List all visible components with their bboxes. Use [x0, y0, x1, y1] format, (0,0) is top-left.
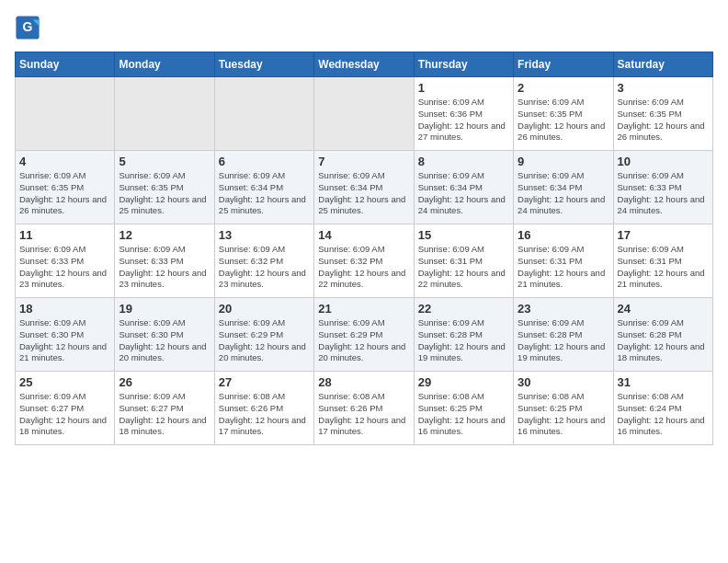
calendar-cell: 7Sunrise: 6:09 AMSunset: 6:34 PMDaylight… [314, 151, 414, 224]
day-number: 19 [119, 302, 210, 316]
calendar-cell: 29Sunrise: 6:08 AMSunset: 6:25 PMDayligh… [414, 372, 513, 445]
calendar-cell: 21Sunrise: 6:09 AMSunset: 6:29 PMDayligh… [314, 298, 414, 372]
day-info: Sunrise: 6:08 AMSunset: 6:25 PMDaylight:… [418, 391, 509, 438]
day-number: 27 [219, 375, 310, 389]
calendar-cell: 5Sunrise: 6:09 AMSunset: 6:35 PMDaylight… [115, 151, 214, 224]
day-number: 6 [219, 155, 310, 168]
day-info: Sunrise: 6:09 AMSunset: 6:35 PMDaylight:… [119, 170, 210, 217]
day-info: Sunrise: 6:09 AMSunset: 6:33 PMDaylight:… [19, 244, 110, 291]
day-info: Sunrise: 6:09 AMSunset: 6:35 PMDaylight:… [618, 97, 709, 144]
day-info: Sunrise: 6:09 AMSunset: 6:31 PMDaylight:… [518, 244, 609, 291]
day-info: Sunrise: 6:09 AMSunset: 6:27 PMDaylight:… [19, 391, 110, 438]
day-number: 30 [518, 375, 609, 389]
day-info: Sunrise: 6:09 AMSunset: 6:29 PMDaylight:… [318, 317, 409, 364]
day-number: 22 [418, 302, 509, 316]
calendar-cell: 11Sunrise: 6:09 AMSunset: 6:33 PMDayligh… [16, 224, 115, 298]
calendar-cell: 17Sunrise: 6:09 AMSunset: 6:31 PMDayligh… [613, 224, 712, 298]
day-info: Sunrise: 6:09 AMSunset: 6:28 PMDaylight:… [418, 317, 509, 364]
day-info: Sunrise: 6:08 AMSunset: 6:24 PMDaylight:… [618, 391, 709, 438]
day-number: 20 [219, 302, 310, 316]
calendar-cell: 3Sunrise: 6:09 AMSunset: 6:35 PMDaylight… [613, 77, 712, 151]
calendar-cell [314, 77, 414, 151]
day-info: Sunrise: 6:09 AMSunset: 6:35 PMDaylight:… [518, 97, 609, 144]
day-number: 2 [518, 81, 609, 95]
calendar-cell: 28Sunrise: 6:08 AMSunset: 6:26 PMDayligh… [314, 372, 414, 445]
day-header-tuesday: Tuesday [214, 52, 313, 77]
day-number: 31 [618, 375, 709, 389]
calendar-cell: 4Sunrise: 6:09 AMSunset: 6:35 PMDaylight… [16, 151, 115, 224]
day-number: 14 [318, 228, 409, 242]
day-number: 10 [618, 155, 709, 168]
calendar-cell: 18Sunrise: 6:09 AMSunset: 6:30 PMDayligh… [16, 298, 115, 372]
calendar-cell: 31Sunrise: 6:08 AMSunset: 6:24 PMDayligh… [613, 372, 712, 445]
day-info: Sunrise: 6:09 AMSunset: 6:33 PMDaylight:… [119, 244, 210, 291]
day-number: 1 [418, 81, 509, 95]
day-info: Sunrise: 6:09 AMSunset: 6:29 PMDaylight:… [219, 317, 310, 364]
svg-text:G: G [23, 19, 33, 34]
day-number: 16 [518, 228, 609, 242]
day-info: Sunrise: 6:08 AMSunset: 6:25 PMDaylight:… [518, 391, 609, 438]
calendar-week-2: 4Sunrise: 6:09 AMSunset: 6:35 PMDaylight… [16, 151, 713, 224]
day-info: Sunrise: 6:09 AMSunset: 6:32 PMDaylight:… [318, 244, 409, 291]
calendar-cell: 25Sunrise: 6:09 AMSunset: 6:27 PMDayligh… [16, 372, 115, 445]
calendar-cell: 27Sunrise: 6:08 AMSunset: 6:26 PMDayligh… [214, 372, 313, 445]
day-header-sunday: Sunday [16, 52, 115, 77]
calendar-cell [16, 77, 115, 151]
day-header-monday: Monday [115, 52, 214, 77]
day-info: Sunrise: 6:09 AMSunset: 6:34 PMDaylight:… [219, 170, 310, 217]
day-number: 11 [19, 228, 110, 242]
calendar-cell: 2Sunrise: 6:09 AMSunset: 6:35 PMDaylight… [514, 77, 613, 151]
calendar-cell: 24Sunrise: 6:09 AMSunset: 6:28 PMDayligh… [613, 298, 712, 372]
day-number: 23 [518, 302, 609, 316]
calendar-cell: 20Sunrise: 6:09 AMSunset: 6:29 PMDayligh… [214, 298, 313, 372]
calendar-cell: 10Sunrise: 6:09 AMSunset: 6:33 PMDayligh… [613, 151, 712, 224]
day-number: 17 [618, 228, 709, 242]
calendar-cell: 14Sunrise: 6:09 AMSunset: 6:32 PMDayligh… [314, 224, 414, 298]
day-number: 25 [19, 375, 110, 389]
day-info: Sunrise: 6:09 AMSunset: 6:33 PMDaylight:… [618, 170, 709, 217]
day-info: Sunrise: 6:09 AMSunset: 6:31 PMDaylight:… [618, 244, 709, 291]
calendar-cell: 13Sunrise: 6:09 AMSunset: 6:32 PMDayligh… [214, 224, 313, 298]
day-info: Sunrise: 6:09 AMSunset: 6:36 PMDaylight:… [418, 97, 509, 144]
day-number: 28 [318, 375, 409, 389]
day-header-saturday: Saturday [613, 52, 712, 77]
calendar-table: SundayMondayTuesdayWednesdayThursdayFrid… [15, 52, 713, 445]
calendar-week-5: 25Sunrise: 6:09 AMSunset: 6:27 PMDayligh… [16, 372, 713, 445]
day-info: Sunrise: 6:09 AMSunset: 6:35 PMDaylight:… [19, 170, 110, 217]
day-number: 3 [618, 81, 709, 95]
day-number: 15 [418, 228, 509, 242]
day-info: Sunrise: 6:09 AMSunset: 6:34 PMDaylight:… [318, 170, 409, 217]
calendar-cell: 15Sunrise: 6:09 AMSunset: 6:31 PMDayligh… [414, 224, 513, 298]
day-info: Sunrise: 6:08 AMSunset: 6:26 PMDaylight:… [219, 391, 310, 438]
day-header-friday: Friday [514, 52, 613, 77]
calendar-cell: 12Sunrise: 6:09 AMSunset: 6:33 PMDayligh… [115, 224, 214, 298]
day-info: Sunrise: 6:09 AMSunset: 6:34 PMDaylight:… [418, 170, 509, 217]
day-info: Sunrise: 6:09 AMSunset: 6:32 PMDaylight:… [219, 244, 310, 291]
day-header-wednesday: Wednesday [314, 52, 414, 77]
day-number: 8 [418, 155, 509, 168]
page-header: G [15, 15, 713, 40]
calendar-week-3: 11Sunrise: 6:09 AMSunset: 6:33 PMDayligh… [16, 224, 713, 298]
calendar-cell: 23Sunrise: 6:09 AMSunset: 6:28 PMDayligh… [514, 298, 613, 372]
calendar-cell: 19Sunrise: 6:09 AMSunset: 6:30 PMDayligh… [115, 298, 214, 372]
day-number: 24 [618, 302, 709, 316]
day-info: Sunrise: 6:09 AMSunset: 6:34 PMDaylight:… [518, 170, 609, 217]
calendar-cell: 22Sunrise: 6:09 AMSunset: 6:28 PMDayligh… [414, 298, 513, 372]
day-number: 13 [219, 228, 310, 242]
day-number: 21 [318, 302, 409, 316]
logo: G [15, 15, 44, 40]
day-header-thursday: Thursday [414, 52, 513, 77]
day-number: 26 [119, 375, 210, 389]
day-info: Sunrise: 6:09 AMSunset: 6:28 PMDaylight:… [518, 317, 609, 364]
calendar-cell: 30Sunrise: 6:08 AMSunset: 6:25 PMDayligh… [514, 372, 613, 445]
calendar-week-1: 1Sunrise: 6:09 AMSunset: 6:36 PMDaylight… [16, 77, 713, 151]
day-info: Sunrise: 6:09 AMSunset: 6:31 PMDaylight:… [418, 244, 509, 291]
calendar-cell: 9Sunrise: 6:09 AMSunset: 6:34 PMDaylight… [514, 151, 613, 224]
calendar-cell: 6Sunrise: 6:09 AMSunset: 6:34 PMDaylight… [214, 151, 313, 224]
day-info: Sunrise: 6:09 AMSunset: 6:27 PMDaylight:… [119, 391, 210, 438]
day-number: 12 [119, 228, 210, 242]
calendar-cell: 26Sunrise: 6:09 AMSunset: 6:27 PMDayligh… [115, 372, 214, 445]
calendar-week-4: 18Sunrise: 6:09 AMSunset: 6:30 PMDayligh… [16, 298, 713, 372]
day-number: 18 [19, 302, 110, 316]
day-info: Sunrise: 6:08 AMSunset: 6:26 PMDaylight:… [318, 391, 409, 438]
